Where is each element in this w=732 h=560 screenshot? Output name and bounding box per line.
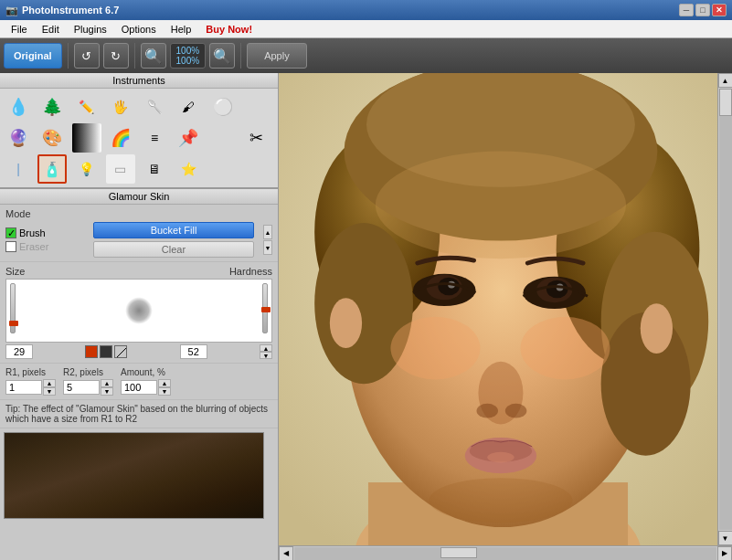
undo-button[interactable]: ↺ <box>74 43 100 69</box>
scroll-down-button[interactable]: ▼ <box>718 531 733 545</box>
h-scroll-thumb[interactable] <box>440 547 477 558</box>
apply-button[interactable]: Apply <box>247 43 307 69</box>
brush-checkbox[interactable]: ✓ <box>5 227 16 238</box>
r1-spin-down[interactable]: ▼ <box>43 387 56 396</box>
tool-syringe[interactable]: | <box>4 154 33 184</box>
scroll-track[interactable] <box>719 89 732 530</box>
hardness-spin-up[interactable]: ▲ <box>260 344 272 352</box>
size-slider-track[interactable] <box>10 283 16 333</box>
menu-buynow[interactable]: Buy Now! <box>198 22 260 37</box>
amount-spin-down[interactable]: ▼ <box>158 387 171 396</box>
hardness-slider-thumb[interactable] <box>261 307 271 312</box>
tool-orb[interactable]: 🔮 <box>4 123 33 153</box>
tool-stamp[interactable]: 🖐 <box>106 92 135 122</box>
tip-text: Tip: The effect of "Glamour Skin" based … <box>5 404 268 424</box>
h-scroll-track[interactable] <box>294 547 716 560</box>
amount-spin-up[interactable]: ▲ <box>158 379 171 387</box>
zoom-line1: 100% <box>176 46 200 56</box>
maximize-button[interactable]: □ <box>695 4 710 16</box>
original-button[interactable]: Original <box>4 43 62 69</box>
r2-input[interactable] <box>63 380 100 395</box>
mode-row: ✓ Brush Eraser Bucket Fill Clear ▲ ▼ <box>5 222 272 258</box>
size-slider-thumb[interactable] <box>9 321 18 326</box>
tool-rainbow[interactable]: 🌈 <box>106 123 135 153</box>
amount-input[interactable] <box>121 380 157 395</box>
hardness-value-input[interactable] <box>180 344 207 359</box>
zoom-in-button[interactable]: 🔍 <box>141 43 166 69</box>
tool-bottle[interactable]: 🧴 <box>37 154 67 184</box>
scroll-right-button[interactable]: ▶ <box>717 546 732 561</box>
tool-ball[interactable]: ⚪ <box>208 92 238 122</box>
r2-spin: ▲ ▼ <box>101 379 113 396</box>
r2-label: R2, pixels <box>63 367 113 377</box>
bucket-fill-button[interactable]: Bucket Fill <box>93 222 254 238</box>
toolbar-separator-1 <box>68 43 69 69</box>
hardness-spin: ▲ ▼ <box>260 344 272 359</box>
tool-empty4 <box>242 154 271 184</box>
size-slider-container <box>10 283 16 338</box>
tool-colorwheel[interactable]: 🎨 <box>37 123 67 153</box>
mode-scroll-down[interactable]: ▼ <box>263 240 272 255</box>
size-value-row: ▲ ▼ <box>5 344 272 359</box>
minimize-button[interactable]: ─ <box>679 4 694 16</box>
tool-eraser2[interactable]: ▭ <box>106 154 135 184</box>
eraser-checkbox[interactable] <box>5 241 16 252</box>
brush-option[interactable]: ✓ Brush <box>5 227 86 238</box>
tool-tree[interactable]: 🌲 <box>37 92 67 122</box>
amount-group: Amount, % ▲ ▼ <box>121 367 171 396</box>
mode-label: Mode <box>5 208 272 219</box>
close-button[interactable]: ✕ <box>712 4 727 16</box>
params-section: R1, pixels ▲ ▼ R2, pixels <box>0 364 278 400</box>
r2-input-row: ▲ ▼ <box>63 379 113 396</box>
scroll-up-button[interactable]: ▲ <box>718 73 733 88</box>
r1-spin-up[interactable]: ▲ <box>43 379 56 387</box>
tool-lamp[interactable]: 💡 <box>72 154 101 184</box>
tool-star[interactable]: ⭐ <box>174 154 203 184</box>
tool-gradient[interactable]: ▬ <box>72 123 101 153</box>
redo-button[interactable]: ↻ <box>103 43 129 69</box>
svg-point-30 <box>641 303 673 354</box>
menu-file[interactable]: File <box>4 22 35 37</box>
left-panel: Instruments 💧 🌲 ✏️ 🖐 🥄 🖌 ⚪ 🔮 🎨 ▬ 🌈 ≡ 📌 ✂… <box>0 73 279 560</box>
zoom-fit-button[interactable]: 🔍 <box>209 43 235 69</box>
image-area[interactable] <box>279 73 717 545</box>
tool-pencil[interactable]: ✏️ <box>72 92 101 122</box>
r2-spin-up[interactable]: ▲ <box>101 379 113 387</box>
preview-canvas <box>4 432 264 519</box>
menu-edit[interactable]: Edit <box>35 22 67 37</box>
eraser-option[interactable]: Eraser <box>5 241 86 252</box>
swatch-red[interactable] <box>85 345 98 358</box>
eraser-label: Eraser <box>19 241 48 252</box>
tool-monitor[interactable]: 🖥 <box>140 154 169 184</box>
hardness-slider-track[interactable] <box>262 283 268 333</box>
clear-button[interactable]: Clear <box>93 241 254 258</box>
menu-plugins[interactable]: Plugins <box>67 22 114 37</box>
tool-drop[interactable]: 💧 <box>4 92 33 122</box>
tool-pin[interactable]: 📌 <box>174 123 203 153</box>
tool-spatula[interactable]: 🥄 <box>140 92 169 122</box>
r1-input[interactable] <box>5 380 42 395</box>
swatch-black[interactable] <box>100 345 112 358</box>
zoom-fit-icon: 🔍 <box>213 48 231 65</box>
size-value-input[interactable] <box>5 344 33 359</box>
preview-section <box>0 428 278 560</box>
amount-spin: ▲ ▼ <box>158 379 171 396</box>
app-icon: 📷 <box>5 5 18 16</box>
swatch-custom[interactable] <box>114 345 127 358</box>
svg-point-28 <box>487 452 514 463</box>
toolbar-separator-2 <box>134 43 135 69</box>
tool-brush2[interactable]: 🖌 <box>174 92 203 122</box>
menu-help[interactable]: Help <box>164 22 199 37</box>
mode-scroll-up[interactable]: ▲ <box>263 225 272 239</box>
r2-spin-down[interactable]: ▼ <box>101 387 113 396</box>
tool-lines[interactable]: ≡ <box>140 123 169 153</box>
scroll-left-button[interactable]: ◀ <box>279 546 293 561</box>
tool-scissors[interactable]: ✂ <box>242 123 271 153</box>
scroll-thumb[interactable] <box>719 89 732 116</box>
hardness-spin-down[interactable]: ▼ <box>260 352 272 359</box>
size-label: Size <box>5 266 25 277</box>
title-bar-controls: ─ □ ✕ <box>679 4 727 16</box>
r2-group: R2, pixels ▲ ▼ <box>63 367 113 396</box>
menu-options[interactable]: Options <box>114 22 164 37</box>
image-container: ▲ ▼ <box>279 73 732 545</box>
